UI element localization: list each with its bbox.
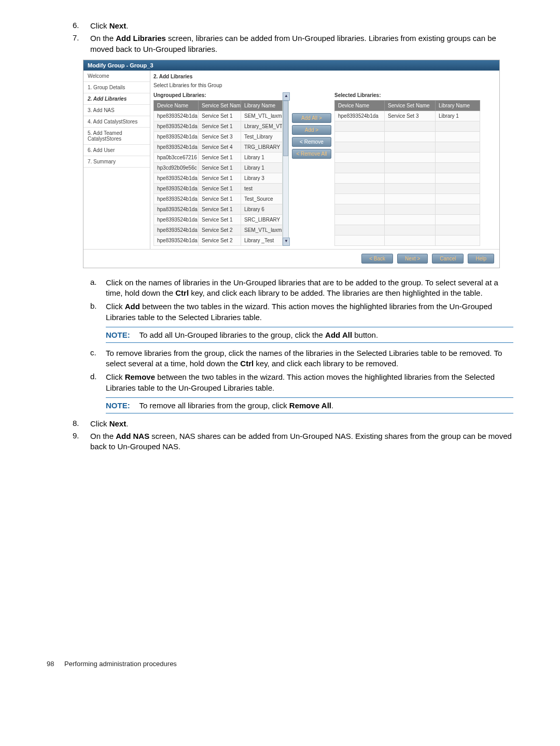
table-cell: Service Set 3 <box>385 110 436 121</box>
table-cell: hpe8393524b1da <box>154 194 199 204</box>
page-number: 98 <box>47 660 54 668</box>
substep-d-2: between the two tables in the wizard. Th… <box>106 372 495 392</box>
table-cell: Service Set 1 <box>199 152 241 162</box>
note2-a: To remove all libraries from the group, … <box>139 401 289 410</box>
table-cell <box>436 142 480 152</box>
note2-b: Remove All <box>289 401 331 410</box>
remove-button[interactable]: < Remove <box>292 137 331 147</box>
substep-d-1: Click <box>106 372 125 381</box>
table-cell: Lbrary_SEM_VTL_La: <box>241 121 283 131</box>
nav-group-details[interactable]: 1. Group Details <box>83 82 150 93</box>
table-cell: Service Set 4 <box>199 142 241 152</box>
table-cell <box>385 121 436 131</box>
note-label: NOTE: <box>106 330 130 339</box>
step-9-number: 9. <box>73 431 90 452</box>
step-7-text-a: On the <box>90 34 116 43</box>
substep-c-num: c. <box>90 348 106 369</box>
step-9-screen: Add NAS <box>116 432 149 440</box>
table-row[interactable]: hpe8393524b1daService Set 1Test_Source <box>154 194 283 204</box>
table-row[interactable]: hp3cd92b09e56cService Set 1Library 1 <box>154 162 283 173</box>
wizard-subtitle: Select Libraries for this Group <box>153 82 496 92</box>
table-cell: Service Set 2 <box>199 225 241 235</box>
substep-a-text: Click on the names of libraries in the U… <box>106 278 513 299</box>
table-cell <box>436 183 480 194</box>
col-service-set-sel: Service Set Name <box>385 100 436 110</box>
table-cell: hpe8393524b1da <box>154 183 199 194</box>
ungrouped-scrollbar[interactable]: ▲ ▼ <box>283 92 289 246</box>
step-8-number: 8. <box>73 419 90 429</box>
table-cell <box>385 173 436 183</box>
table-row[interactable]: hpa0b3cce67216Service Set 1Library 1 <box>154 152 283 162</box>
nav-add-catalyststores[interactable]: 4. Add CatalystStores <box>83 116 150 128</box>
table-cell <box>385 214 436 225</box>
table-row[interactable]: hpa8393524b1daService Set 1Library 6 <box>154 204 283 214</box>
table-cell <box>335 162 385 173</box>
help-button[interactable]: Help <box>468 254 494 264</box>
nav-add-nas[interactable]: 3. Add NAS <box>83 105 150 116</box>
table-row[interactable]: hpe8393524b1daService Set 1test <box>154 183 283 194</box>
step-8-text: Click Next. <box>90 419 128 429</box>
table-cell <box>436 204 480 214</box>
table-cell: hpe8393524b1da <box>154 225 199 235</box>
table-cell <box>436 235 480 245</box>
step-7-text: On the Add Libraries screen, libraries c… <box>90 33 513 54</box>
nav-add-libraries[interactable]: 2. Add Libraries <box>83 93 150 105</box>
cancel-button[interactable]: Cancel <box>432 254 464 264</box>
table-cell: hpe8393524b1da <box>154 121 199 131</box>
table-cell <box>385 235 436 245</box>
substep-d-num: d. <box>90 372 106 393</box>
note1-c: button. <box>352 330 378 339</box>
note-add-all: NOTE: To add all Un-Grouped libraries to… <box>106 327 513 343</box>
table-row[interactable]: hpe8393524b1daService Set 1Lbrary_SEM_VT… <box>154 121 283 131</box>
nav-add-user[interactable]: 6. Add User <box>83 145 150 156</box>
nav-summary[interactable]: 7. Summary <box>83 156 150 168</box>
table-row[interactable]: hpe8393524b1daService Set 1SEM_VTL_laxmi <box>154 110 283 121</box>
back-button[interactable]: < Back <box>361 254 393 264</box>
table-cell: Service Set 1 <box>199 214 241 225</box>
next-button[interactable]: Next > <box>397 254 428 264</box>
table-cell: Service Set 1 <box>199 204 241 214</box>
step-6-text-c: . <box>126 21 128 30</box>
remove-all-button[interactable]: < Remove All <box>292 149 331 159</box>
table-row[interactable]: hpe8393524b1daService Set 3Library 1 <box>335 110 480 121</box>
table-row-empty <box>335 225 480 235</box>
substep-b-num: b. <box>90 301 106 323</box>
step-6-next: Next <box>109 21 127 30</box>
table-row[interactable]: hpe8393524b1daService Set 3Test_Library <box>154 131 283 142</box>
table-cell <box>436 162 480 173</box>
note1-a: To add all Un-Grouped libraries to the g… <box>139 330 326 339</box>
table-row-empty <box>335 235 480 245</box>
table-cell <box>436 194 480 204</box>
selected-label: Selected Libraries: <box>334 92 480 98</box>
table-cell: Library _Test <box>241 235 283 245</box>
table-cell <box>436 173 480 183</box>
table-cell <box>335 225 385 235</box>
step-6-text-a: Click <box>90 21 109 30</box>
scroll-down-icon[interactable]: ▼ <box>283 238 290 246</box>
table-cell: Service Set 1 <box>199 183 241 194</box>
table-cell <box>385 142 436 152</box>
table-cell <box>385 152 436 162</box>
note2-c: . <box>331 401 333 410</box>
table-cell <box>335 121 385 131</box>
table-cell <box>385 204 436 214</box>
step-9-a: On the <box>90 432 116 440</box>
add-all-button[interactable]: Add All > <box>292 113 331 123</box>
table-row[interactable]: hpe8393524b1daService Set 2SEM_VTL_laxmi… <box>154 225 283 235</box>
table-cell <box>385 131 436 142</box>
table-cell: test <box>241 183 283 194</box>
nav-welcome[interactable]: Welcome <box>83 71 150 82</box>
table-cell: Service Set 1 <box>199 194 241 204</box>
table-cell: SEM_VTL_laxmi <box>241 110 283 121</box>
table-row[interactable]: hpe8393524b1daService Set 4TRG_LIBRARY <box>154 142 283 152</box>
table-row-empty <box>335 194 480 204</box>
step-8-a: Click <box>90 419 109 428</box>
table-row[interactable]: hpe8393524b1daService Set 2Library _Test <box>154 235 283 245</box>
table-row[interactable]: hpe8393524b1daService Set 1SRC_LIBRARY <box>154 214 283 225</box>
table-row[interactable]: hpe8393524b1daService Set 1Library 3 <box>154 173 283 183</box>
step-7-number: 7. <box>73 33 90 54</box>
ungrouped-table[interactable]: Device Name Service Set Name Library Nam… <box>153 100 283 246</box>
selected-table[interactable]: Device Name Service Set Name Library Nam… <box>334 100 480 246</box>
add-button[interactable]: Add > <box>292 125 331 135</box>
nav-add-teamed-catalyststores[interactable]: 5. Add Teamed CatalystStores <box>83 128 150 145</box>
